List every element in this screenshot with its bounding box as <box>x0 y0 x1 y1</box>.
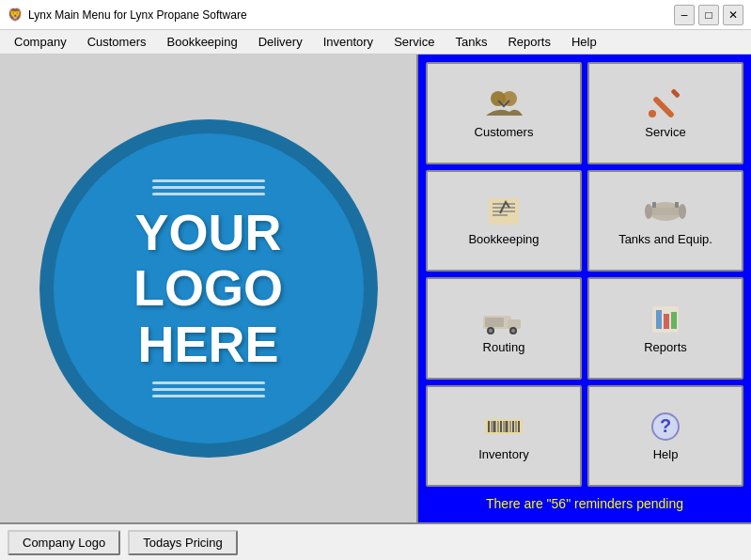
svg-rect-26 <box>671 312 677 329</box>
logo-line-1 <box>152 179 265 182</box>
minimize-button[interactable]: – <box>674 5 695 25</box>
company-logo-button[interactable]: Company Logo <box>8 530 120 555</box>
menu-tanks[interactable]: Tanks <box>445 32 497 52</box>
menu-delivery[interactable]: Delivery <box>248 32 313 52</box>
service-icon <box>643 87 688 121</box>
app-icon: 🦁 <box>8 8 23 23</box>
svg-point-19 <box>489 329 493 333</box>
routing-icon <box>481 303 526 336</box>
logo-line-2 <box>152 186 265 189</box>
reports-button[interactable]: Reports <box>587 277 743 380</box>
service-button-label: Service <box>645 125 685 139</box>
routing-button-label: Routing <box>483 340 525 354</box>
bottom-bar: Company Logo Todays Pricing <box>0 522 751 560</box>
svg-point-12 <box>645 204 652 219</box>
svg-rect-11 <box>649 208 682 215</box>
svg-rect-14 <box>652 202 656 208</box>
reports-button-label: Reports <box>644 340 687 354</box>
close-button[interactable]: ✕ <box>723 5 743 25</box>
menu-inventory[interactable]: Inventory <box>313 32 383 52</box>
svg-point-4 <box>649 110 656 117</box>
logo-line-4 <box>152 381 265 384</box>
bookkeeping-button-label: Bookkeeping <box>468 232 539 246</box>
menu-bookkeeping[interactable]: Bookkeeping <box>157 32 248 52</box>
customers-button-label: Customers <box>475 125 534 139</box>
logo-line-5 <box>152 388 265 391</box>
bookkeeping-button[interactable]: Bookkeeping <box>426 170 582 272</box>
todays-pricing-button[interactable]: Todays Pricing <box>128 530 238 555</box>
menu-help[interactable]: Help <box>561 32 607 52</box>
logo-area: YOUR LOGO HERE <box>30 110 387 467</box>
main-content: YOUR LOGO HERE <box>0 54 751 522</box>
grid-buttons: Customers Service <box>426 62 743 487</box>
logo-circle-outer: YOUR LOGO HERE <box>39 119 378 458</box>
logo-line-your: YOUR <box>133 205 283 260</box>
svg-point-21 <box>511 329 515 333</box>
right-panel: Customers Service <box>418 54 751 522</box>
customers-icon <box>481 87 526 121</box>
tanks-icon <box>643 194 688 228</box>
logo-line-logo: LOGO <box>133 260 283 316</box>
inventory-button-label: Inventory <box>478 447 528 461</box>
menu-company[interactable]: Company <box>4 32 77 52</box>
help-icon: ? <box>643 410 688 443</box>
title-bar: 🦁 Lynx Main Menu for Lynx Propane Softwa… <box>0 0 751 30</box>
bookkeeping-icon <box>481 194 526 228</box>
logo-line-3 <box>152 193 265 195</box>
inventory-button[interactable]: Inventory <box>426 385 582 488</box>
logo-decoration-top <box>152 179 265 195</box>
menu-customers[interactable]: Customers <box>77 32 157 52</box>
menu-service[interactable]: Service <box>383 32 445 52</box>
maximize-button[interactable]: □ <box>698 5 719 25</box>
svg-rect-2 <box>670 88 681 99</box>
svg-rect-24 <box>656 310 662 329</box>
inventory-icon <box>481 410 526 443</box>
logo-line-6 <box>152 395 265 397</box>
svg-rect-15 <box>675 202 679 208</box>
logo-line-here: HERE <box>133 317 283 372</box>
tanks-button[interactable]: Tanks and Equip. <box>587 170 743 272</box>
help-button[interactable]: ? Help <box>587 385 743 488</box>
logo-circle-inner: YOUR LOGO HERE <box>54 133 364 443</box>
svg-point-1 <box>502 91 517 106</box>
svg-text:?: ? <box>660 415 671 436</box>
routing-button[interactable]: Routing <box>426 277 582 380</box>
menu-reports[interactable]: Reports <box>497 32 561 52</box>
service-button[interactable]: Service <box>587 62 743 164</box>
menu-bar: Company Customers Bookkeeping Delivery I… <box>0 30 751 54</box>
title-bar-title: Lynx Main Menu for Lynx Propane Software <box>28 8 247 22</box>
left-panel: YOUR LOGO HERE <box>0 54 418 522</box>
customers-button[interactable]: Customers <box>426 62 582 164</box>
window-controls: – □ ✕ <box>674 5 743 25</box>
svg-rect-25 <box>664 314 669 329</box>
logo-text: YOUR LOGO HERE <box>133 205 283 372</box>
reminder-text: There are "56" reminders pending <box>426 492 743 515</box>
help-button-label: Help <box>653 447 679 461</box>
tanks-button-label: Tanks and Equip. <box>618 232 712 246</box>
logo-decoration-bottom <box>152 381 265 397</box>
reports-icon <box>643 303 688 336</box>
svg-rect-22 <box>485 318 504 327</box>
svg-point-13 <box>679 204 686 219</box>
